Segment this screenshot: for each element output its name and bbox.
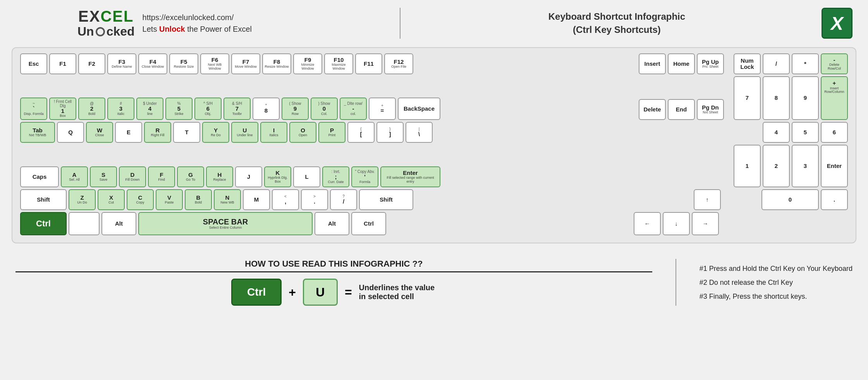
- key-equals[interactable]: + =: [369, 98, 396, 120]
- key-shift-right[interactable]: Shift: [359, 189, 413, 210]
- key-e[interactable]: E: [115, 122, 142, 143]
- key-2[interactable]: @ 2 Bold: [78, 98, 105, 120]
- key-caps[interactable]: Caps: [20, 166, 59, 187]
- key-g[interactable]: GGo To: [177, 166, 204, 187]
- key-num-enter[interactable]: Enter: [821, 145, 848, 187]
- key-s[interactable]: SSave: [90, 166, 117, 187]
- key-semicolon[interactable]: : Inrt.;Curr. Date: [322, 166, 349, 187]
- key-shift-left[interactable]: Shift: [20, 189, 67, 210]
- key-6[interactable]: ^ S/H 6 Obj.: [194, 98, 222, 120]
- key-insert[interactable]: Insert: [639, 53, 666, 74]
- key-t[interactable]: T: [173, 122, 200, 143]
- key-f6[interactable]: F6Next WB Window: [200, 53, 229, 74]
- key-alt-right[interactable]: Alt: [315, 212, 349, 235]
- key-a[interactable]: ASel. All: [61, 166, 88, 187]
- key-8[interactable]: * 8: [253, 98, 280, 120]
- key-f12[interactable]: F12Open File: [384, 53, 413, 74]
- key-5[interactable]: % 5 Strike: [165, 98, 193, 120]
- key-num-mul[interactable]: *: [792, 53, 819, 74]
- key-num3[interactable]: 3: [792, 145, 819, 187]
- key-num-dot[interactable]: .: [821, 189, 848, 210]
- key-fn-bottom[interactable]: [69, 212, 100, 235]
- key-numlock[interactable]: Num Lock: [734, 53, 761, 74]
- key-f2[interactable]: F2: [78, 53, 105, 74]
- key-num1[interactable]: 1: [734, 145, 761, 187]
- key-pgdn[interactable]: Pg DnNxt Sheet: [697, 99, 724, 120]
- how-to-demo: Ctrl + U = Underlines the value in selec…: [15, 279, 652, 306]
- key-k[interactable]: KHyprlink Dlg. Box: [264, 166, 291, 187]
- key-u[interactable]: UUnder line: [231, 122, 258, 143]
- key-o[interactable]: OOpen: [289, 122, 316, 143]
- key-f10[interactable]: F10Maxmize Window: [324, 53, 353, 74]
- key-l[interactable]: L: [293, 166, 320, 187]
- key-num-minus[interactable]: -Delete Row/Col: [821, 53, 848, 74]
- key-end[interactable]: End: [668, 99, 695, 120]
- key-ctrl-left[interactable]: Ctrl: [20, 212, 67, 235]
- key-num0[interactable]: 0: [761, 189, 819, 210]
- key-esc[interactable]: Esc: [20, 53, 47, 74]
- key-arrow-up[interactable]: ↑: [694, 189, 721, 210]
- key-alt-left[interactable]: Alt: [101, 212, 136, 235]
- key-num8[interactable]: 8: [763, 76, 790, 120]
- key-comma[interactable]: <,: [272, 189, 299, 210]
- key-3[interactable]: # 3 Italic: [107, 98, 134, 120]
- key-backslash[interactable]: |\: [406, 122, 433, 143]
- key-y[interactable]: YRe Do: [202, 122, 229, 143]
- key-h[interactable]: HReplace: [206, 166, 233, 187]
- key-quote[interactable]: " Copy Abv.'Formla: [351, 166, 378, 187]
- key-f3[interactable]: F3Define Name: [107, 53, 136, 74]
- key-num5[interactable]: 5: [792, 122, 819, 143]
- key-enter[interactable]: Enter Fill selected range with current e…: [380, 166, 440, 187]
- key-p[interactable]: PPrint: [318, 122, 345, 143]
- key-pgup[interactable]: Pg UpPrv. Sheet: [697, 53, 724, 74]
- key-f[interactable]: FFind: [148, 166, 175, 187]
- key-num4[interactable]: 4: [763, 122, 790, 143]
- key-4[interactable]: $ Under 4 line: [136, 98, 163, 120]
- key-x[interactable]: XCut: [98, 189, 125, 210]
- key-1[interactable]: ! Frmt Cell Dlg 1 Box: [49, 98, 76, 120]
- key-m[interactable]: M: [243, 189, 270, 210]
- key-f8[interactable]: F8Resize Window: [262, 53, 291, 74]
- key-f1[interactable]: F1: [49, 53, 76, 74]
- key-f7[interactable]: F7Move Window: [231, 53, 260, 74]
- key-q[interactable]: Q: [57, 122, 84, 143]
- key-arrow-left[interactable]: ←: [634, 212, 661, 235]
- key-delete[interactable]: Delete: [639, 99, 666, 120]
- key-7[interactable]: & S/H 7 Toolbr: [223, 98, 251, 120]
- key-v[interactable]: VPaste: [156, 189, 183, 210]
- key-c[interactable]: CCopy: [127, 189, 154, 210]
- key-num9[interactable]: 9: [792, 76, 819, 120]
- key-f9[interactable]: F9Minmize Window: [293, 53, 322, 74]
- key-9[interactable]: ( Show 9 Row: [282, 98, 309, 120]
- key-n[interactable]: NNew WB: [214, 189, 241, 210]
- key-num6[interactable]: 6: [821, 122, 848, 143]
- key-ctrl-right[interactable]: Ctrl: [351, 212, 386, 235]
- key-w[interactable]: WClose: [86, 122, 113, 143]
- key-slash[interactable]: ?/: [330, 189, 357, 210]
- key-r[interactable]: RRight Fill: [144, 122, 171, 143]
- key-z[interactable]: ZUn Do: [69, 189, 96, 210]
- key-f4[interactable]: F4Close Window: [138, 53, 167, 74]
- key-b[interactable]: BBold: [185, 189, 212, 210]
- key-j[interactable]: J: [235, 166, 262, 187]
- key-spacebar[interactable]: SPACE BAR Select Entire Column: [138, 212, 313, 235]
- key-arrow-down[interactable]: ↓: [663, 212, 690, 235]
- key-f5[interactable]: F5Restore Size: [169, 53, 198, 74]
- key-period[interactable]: >.: [301, 189, 328, 210]
- key-num2[interactable]: 2: [763, 145, 790, 187]
- key-num-plus[interactable]: +Insert Row/Column: [821, 76, 848, 120]
- key-lbracket[interactable]: {[: [347, 122, 375, 143]
- key-f11[interactable]: F11: [355, 53, 382, 74]
- key-d[interactable]: DFill Down: [119, 166, 146, 187]
- key-arrow-right[interactable]: →: [692, 212, 719, 235]
- key-tab[interactable]: Tab Nxt TB/WB: [20, 122, 55, 143]
- key-backspace[interactable]: BackSpace: [398, 98, 440, 120]
- key-minus[interactable]: _ Dlte row/ - col.: [340, 98, 367, 120]
- key-0[interactable]: ) Show 0 Col.: [311, 98, 338, 120]
- key-i[interactable]: IItalics: [260, 122, 287, 143]
- key-num7[interactable]: 7: [734, 76, 761, 120]
- key-backtick[interactable]: ~ ` Disp. Formla: [20, 98, 47, 120]
- key-rbracket[interactable]: }]: [376, 122, 404, 143]
- key-num-div[interactable]: /: [763, 53, 790, 74]
- key-home[interactable]: Home: [668, 53, 695, 74]
